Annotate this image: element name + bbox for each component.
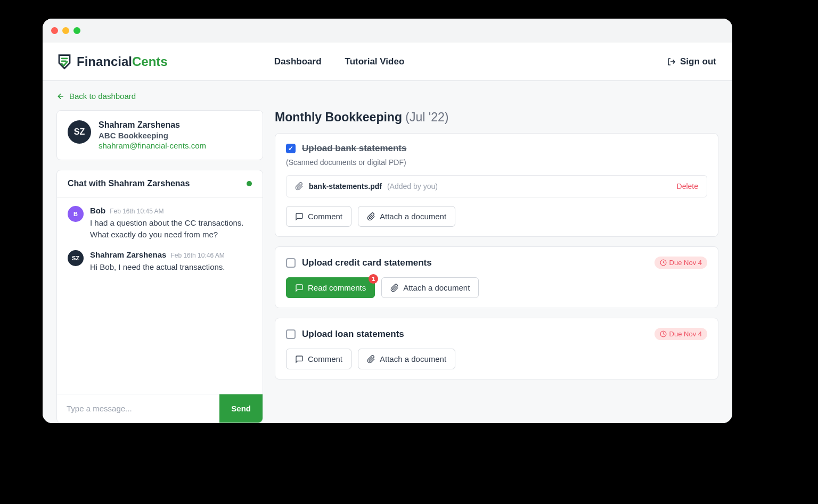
window-minimize-dot[interactable] <box>62 27 69 34</box>
brand-name-2: Cents <box>132 54 168 69</box>
send-button[interactable]: Send <box>219 394 263 423</box>
comment-icon <box>295 284 304 292</box>
contact-email[interactable]: shahram@financial-cents.com <box>99 141 206 150</box>
message-text: Hi Bob, I need the actual transactions. <box>90 261 252 273</box>
page-title-row: Monthly Bookkeeping (Jul '22) <box>275 110 718 125</box>
signout-link[interactable]: Sign out <box>667 56 716 67</box>
file-delete-link[interactable]: Delete <box>677 182 698 191</box>
logo-shield-icon <box>56 54 72 70</box>
arrow-left-icon <box>56 92 65 101</box>
chat-title: Chat with Shahram Zarshenas <box>68 179 190 188</box>
due-text: Due Nov 4 <box>669 259 702 267</box>
message-author: Shahram Zarshenas <box>90 250 166 259</box>
task-card: Upload credit card statements Due Nov 4 … <box>275 246 718 308</box>
read-comments-label: Read comments <box>308 283 366 292</box>
task-checkbox[interactable] <box>286 144 296 153</box>
comment-button[interactable]: Comment <box>286 206 351 227</box>
chat-message: B Bob Feb 16th 10:45 AM I had a question… <box>68 206 252 241</box>
comment-label: Comment <box>308 212 342 221</box>
chat-input-row: Send <box>57 394 263 423</box>
attach-button[interactable]: Attach a document <box>358 349 455 369</box>
signout-icon <box>667 57 676 66</box>
online-status-dot <box>247 181 252 186</box>
due-text: Due Nov 4 <box>669 330 702 338</box>
file-name[interactable]: bank-statements.pdf <box>309 182 382 191</box>
due-badge: Due Nov 4 <box>655 257 707 269</box>
comment-icon <box>295 212 304 221</box>
comment-icon <box>295 355 304 363</box>
chat-card: Chat with Shahram Zarshenas B Bob Feb 16… <box>56 170 263 423</box>
message-time: Feb 16th 10:46 AM <box>170 252 224 259</box>
back-link-label: Back to dashboard <box>69 92 136 101</box>
app-header: FinancialCents Dashboard Tutorial Video … <box>43 43 732 81</box>
app-body: Back to dashboard SZ Shahram Zarshenas A… <box>43 81 732 423</box>
back-to-dashboard-link[interactable]: Back to dashboard <box>56 92 718 101</box>
attach-label: Attach a document <box>380 212 446 221</box>
due-badge: Due Nov 4 <box>655 328 707 340</box>
paperclip-icon <box>367 212 375 221</box>
file-added-by: (Added by you) <box>387 182 438 191</box>
contact-name: Shahram Zarshenas <box>99 120 206 130</box>
app-window: FinancialCents Dashboard Tutorial Video … <box>43 19 732 423</box>
clock-icon <box>660 331 667 337</box>
chat-messages: B Bob Feb 16th 10:45 AM I had a question… <box>57 197 263 394</box>
task-checkbox[interactable] <box>286 258 296 268</box>
window-close-dot[interactable] <box>51 27 58 34</box>
task-title: Upload bank statements <box>302 143 707 154</box>
comments-count-badge: 1 <box>369 274 378 284</box>
chat-input[interactable] <box>57 394 219 423</box>
paperclip-icon <box>367 355 375 363</box>
main-nav: Dashboard Tutorial Video <box>274 56 405 67</box>
window-titlebar <box>43 19 732 43</box>
task-card: Upload loan statements Due Nov 4 Comment <box>275 318 718 379</box>
message-avatar: B <box>68 206 84 222</box>
main-columns: SZ Shahram Zarshenas ABC Bookkeeping sha… <box>56 110 718 423</box>
nav-tutorial[interactable]: Tutorial Video <box>345 56 405 67</box>
right-column: Monthly Bookkeeping (Jul '22) Upload ban… <box>275 110 718 423</box>
contact-card: SZ Shahram Zarshenas ABC Bookkeeping sha… <box>56 110 263 160</box>
page-period: (Jul '22) <box>405 110 448 124</box>
read-comments-button[interactable]: Read comments 1 <box>286 277 375 298</box>
nav-dashboard[interactable]: Dashboard <box>274 56 322 67</box>
brand-logo[interactable]: FinancialCents <box>56 54 168 70</box>
left-column: SZ Shahram Zarshenas ABC Bookkeeping sha… <box>56 110 263 423</box>
attach-label: Attach a document <box>380 354 446 363</box>
task-list: Upload bank statements (Scanned document… <box>275 133 718 379</box>
contact-info: Shahram Zarshenas ABC Bookkeeping shahra… <box>99 120 206 150</box>
chat-message: SZ Shahram Zarshenas Feb 16th 10:46 AM H… <box>68 250 252 273</box>
message-author: Bob <box>90 206 105 215</box>
attached-file-row: bank-statements.pdf (Added by you) Delet… <box>286 175 707 197</box>
message-time: Feb 16th 10:45 AM <box>110 208 163 215</box>
task-card: Upload bank statements (Scanned document… <box>275 133 718 237</box>
chat-header: Chat with Shahram Zarshenas <box>57 170 263 197</box>
task-subtitle: (Scanned documents or digital PDF) <box>286 158 707 167</box>
window-maximize-dot[interactable] <box>73 27 80 34</box>
comment-button[interactable]: Comment <box>286 349 351 369</box>
message-avatar: SZ <box>68 250 84 266</box>
contact-company: ABC Bookkeeping <box>99 131 206 140</box>
attach-button[interactable]: Attach a document <box>381 277 479 298</box>
paperclip-icon <box>295 182 304 191</box>
contact-avatar: SZ <box>68 120 91 144</box>
attach-button[interactable]: Attach a document <box>358 206 455 227</box>
task-checkbox[interactable] <box>286 329 296 339</box>
comment-label: Comment <box>308 354 342 363</box>
brand-name-1: Financial <box>77 54 132 69</box>
signout-label: Sign out <box>680 56 716 67</box>
attach-label: Attach a document <box>403 283 470 292</box>
task-title: Upload credit card statements <box>302 258 648 268</box>
page-title: Monthly Bookkeeping <box>275 110 402 124</box>
clock-icon <box>660 259 667 266</box>
task-title: Upload loan statements <box>302 329 648 340</box>
paperclip-icon <box>390 284 399 292</box>
message-text: I had a question about the CC transactio… <box>90 217 252 241</box>
